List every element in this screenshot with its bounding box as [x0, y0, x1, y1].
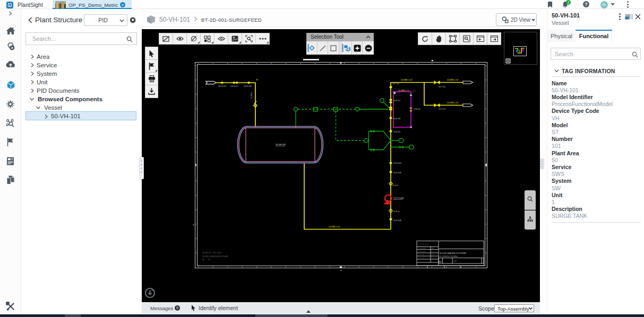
svg-text:50-P-100: 50-P-100	[392, 83, 399, 85]
svg-text:P.O. NAME: P.O. NAME	[418, 257, 424, 259]
svg-text:P-PS-2-2D-MODEL: P-PS-2-2D-MODEL	[418, 243, 430, 245]
svg-text:50-VH-101: 50-VH-101	[276, 143, 286, 146]
svg-text:50-P-101B: 50-P-101B	[393, 197, 403, 199]
svg-text:50-SWS-1-1/2: 50-SWS-1-1/2	[401, 79, 413, 81]
svg-text:DR. NAME: DR. NAME	[418, 254, 424, 256]
svg-text:50-B-10: 50-B-10	[392, 184, 399, 187]
svg-text:50-B-107: 50-B-107	[393, 100, 400, 102]
svg-text:P.O. SMI: P.O. SMI	[432, 257, 437, 259]
svg-text:P. SMIT: P. SMIT	[432, 251, 436, 252]
svg-text:50-VH-101 50-P-101B: 50-VH-101 50-P-101B	[202, 252, 221, 254]
svg-text:SOUR WATER SYSTEM: SOUR WATER SYSTEM	[440, 252, 466, 254]
svg-text:50-B-1005: 50-B-1005	[393, 162, 401, 164]
svg-text:100-B-107: 100-B-107	[230, 85, 238, 87]
svg-text:AT OPERATING UNIT AREA: AT OPERATING UNIT AREA	[440, 256, 458, 258]
svg-text:50-SWS-1-1/2: 50-SWS-1-1/2	[447, 79, 459, 81]
svg-text:50-SWS-1-10: 50-SWS-1-10	[398, 90, 409, 92]
svg-text:50 VD: 50 VD	[202, 259, 211, 261]
svg-text:REV: REV	[432, 248, 434, 249]
svg-text:A1: A1	[439, 260, 442, 263]
svg-text:50-P-100: 50-P-100	[439, 86, 445, 88]
svg-text:50-SWS-1-1/2: 50-SWS-1-1/2	[447, 102, 459, 104]
svg-text:100-B-108: 100-B-108	[244, 85, 252, 87]
svg-text:50-B-108: 50-B-108	[393, 118, 400, 120]
svg-text:50-SWS-0-1: 50-SWS-0-1	[251, 91, 253, 99]
svg-text:50-P&ID UNDER A 1000 PLANT: 50-P&ID UNDER A 1000 PLANT	[202, 256, 228, 258]
svg-text:P. SMI: P. SMI	[432, 254, 435, 256]
svg-text:APPROVED: APPROVED	[418, 248, 426, 249]
svg-text:js: js	[151, 288, 153, 292]
svg-text:100-B-105: 100-B-105	[218, 85, 226, 87]
svg-text:4: 4	[193, 223, 194, 226]
svg-text:50-P-175: 50-P-175	[439, 108, 445, 110]
svg-text:1/2/3: 1/2/3	[453, 260, 457, 262]
svg-text:50-B-1006: 50-B-1006	[393, 172, 401, 174]
svg-text:CHECKED BY: CHECKED BY	[418, 251, 426, 252]
svg-text:50-B-1008: 50-B-1008	[393, 219, 401, 222]
svg-text:50-B-100: 50-B-100	[393, 131, 400, 133]
svg-text:4: 4	[340, 269, 342, 272]
svg-text:50-B-10: 50-B-10	[393, 210, 400, 213]
svg-text:50-B-100: 50-B-100	[414, 108, 420, 110]
svg-text:VP: VP	[256, 79, 258, 81]
svg-text:50-SWS-2-1/2: 50-SWS-2-1/2	[329, 226, 340, 228]
